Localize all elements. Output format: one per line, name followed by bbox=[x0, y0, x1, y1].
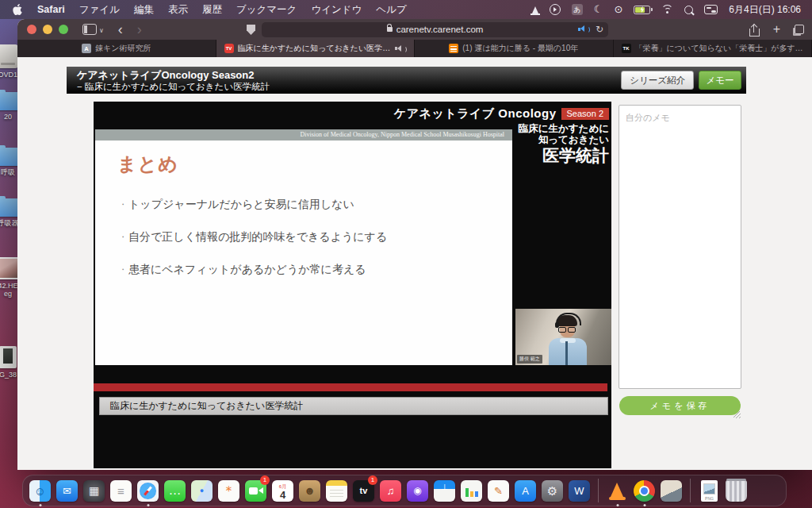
safari-toolbar: ∨ ‹ › carenetv.carenet.com ↻ + bbox=[17, 19, 812, 40]
lock-icon bbox=[387, 27, 393, 32]
dock-icon-notes[interactable] bbox=[326, 476, 347, 505]
tab-favicon: TV bbox=[224, 44, 234, 53]
dock-icon-facetime[interactable]: 1 bbox=[245, 476, 266, 505]
playback-status-icon[interactable] bbox=[550, 4, 561, 15]
desktop-icon-label: DVD1 bbox=[0, 71, 17, 79]
dock-icon-safari[interactable] bbox=[137, 476, 159, 505]
dock-icon-window-thumbnail[interactable] bbox=[661, 476, 682, 505]
menu-item-6[interactable]: ブックマーク bbox=[229, 0, 304, 19]
dock-icon-word[interactable]: W bbox=[569, 476, 590, 505]
desktop-icon-label: 20 bbox=[4, 113, 12, 121]
input-source-icon[interactable]: あ bbox=[572, 4, 583, 15]
memo-button[interactable]: メモー bbox=[699, 71, 741, 90]
reminders-glyph: ≡ bbox=[117, 485, 124, 497]
dock-icon-launchpad[interactable]: ▦ bbox=[83, 476, 105, 505]
speaker-webcam: 勝俣 範之 bbox=[515, 309, 611, 365]
menu-item-1[interactable]: Safari bbox=[30, 0, 72, 19]
numbers-app-icon bbox=[461, 480, 482, 502]
spotlight-search-icon[interactable] bbox=[684, 6, 693, 14]
tab-favicon: A bbox=[82, 44, 91, 53]
share-button[interactable] bbox=[749, 25, 759, 37]
menu-item-8[interactable]: ヘルプ bbox=[369, 0, 413, 19]
timer-status-icon[interactable]: ⊙ bbox=[614, 4, 622, 15]
control-center-icon[interactable] bbox=[704, 5, 718, 14]
launchpad-glyph: ▦ bbox=[89, 485, 99, 496]
memo-textarea[interactable] bbox=[619, 105, 741, 389]
toolbar-right: + bbox=[749, 22, 812, 37]
tab-1[interactable]: A錬キン術研究所 bbox=[17, 40, 216, 57]
dock-icon-trash[interactable] bbox=[726, 476, 747, 505]
notes-app-icon bbox=[326, 480, 347, 502]
menu-item-3[interactable]: 編集 bbox=[127, 0, 161, 19]
zoom-window-button[interactable] bbox=[59, 25, 68, 34]
dock-icon-music[interactable]: ♫ bbox=[380, 476, 401, 505]
reminders-app-icon: ≡ bbox=[110, 480, 132, 502]
menu-item-4[interactable]: 表示 bbox=[161, 0, 195, 19]
reload-button[interactable]: ↻ bbox=[596, 22, 603, 37]
chevron-down-icon: ∨ bbox=[99, 27, 104, 34]
dock-icon-podcasts[interactable]: ◉ bbox=[407, 476, 428, 505]
battery-icon[interactable] bbox=[634, 6, 650, 14]
dock-icon-png-file[interactable]: PNG bbox=[699, 476, 720, 505]
minimize-window-button[interactable] bbox=[43, 25, 52, 34]
tab-3[interactable]: (1) 運は能力に勝る - 最期の10年 bbox=[415, 40, 614, 57]
dock-icon-chrome[interactable] bbox=[634, 476, 655, 505]
dock-icon-reminders[interactable]: ≡ bbox=[110, 476, 132, 505]
maps-app-icon: ● bbox=[191, 480, 213, 502]
dock-icon-system-settings[interactable]: ⚙ bbox=[542, 476, 563, 505]
series-info-button[interactable]: シリーズ紹介 bbox=[621, 71, 694, 90]
tab-overview-button[interactable] bbox=[795, 25, 804, 34]
dock-icon-finder[interactable]: ☺ bbox=[29, 476, 51, 505]
dock-icon-pages[interactable]: ✎ bbox=[488, 476, 509, 505]
dock-icon-messages[interactable]: … bbox=[164, 476, 186, 505]
apple-menu-icon[interactable] bbox=[5, 4, 30, 15]
video-progress-bar[interactable] bbox=[94, 383, 607, 391]
tab-audio-icon[interactable] bbox=[395, 44, 406, 52]
video-player[interactable]: ケアネットライブ Oncology Season 2 臨床に生かすために 知って… bbox=[94, 102, 611, 468]
notification-badge: 1 bbox=[368, 475, 377, 485]
close-window-button[interactable] bbox=[27, 25, 36, 34]
contacts-glyph: ☻ bbox=[304, 485, 316, 496]
mail-glyph: ✉ bbox=[63, 486, 71, 496]
side-title-line3: 医学統計 bbox=[519, 146, 609, 165]
tab-favicon: TK bbox=[622, 44, 631, 53]
tab-4[interactable]: TK「栄養」について知らない「栄養士」が多すぎる 残念な栄養士が信… bbox=[614, 40, 812, 57]
tab-title: (1) 運は能力に勝る - 最期の10年 bbox=[462, 43, 578, 54]
dock-icon-keynote[interactable]: ⊥ bbox=[434, 476, 455, 505]
dock-icon-mail[interactable]: ✉ bbox=[56, 476, 78, 505]
podcasts-app-icon: ◉ bbox=[407, 480, 428, 502]
season-badge: Season 2 bbox=[561, 108, 609, 120]
menu-item-7[interactable]: ウインドウ bbox=[304, 0, 369, 19]
launchpad-app-icon: ▦ bbox=[83, 480, 105, 502]
url-text: carenetv.carenet.com bbox=[396, 25, 484, 34]
menu-item-5[interactable]: 履歴 bbox=[195, 0, 229, 19]
slide-affiliation: Division of Medical Oncology, Nippon Med… bbox=[95, 129, 512, 140]
save-memo-button[interactable]: メモを保存 bbox=[619, 396, 741, 415]
audio-mute-button[interactable] bbox=[578, 25, 589, 33]
dock-icon-appletv[interactable]: tv1 bbox=[353, 476, 374, 505]
vlc-status-icon[interactable] bbox=[532, 6, 538, 13]
tab-2[interactable]: TV臨床に生かすために知っておきたい医学統計|ケアネットライブO... bbox=[216, 40, 416, 57]
sidebar-toggle-button[interactable]: ∨ bbox=[82, 24, 104, 35]
dock-icon-vlc[interactable] bbox=[607, 476, 628, 505]
forward-button[interactable]: › bbox=[137, 21, 142, 38]
wifi-icon[interactable] bbox=[661, 5, 673, 14]
slide-bullet: ・患者にベネフィットがあるかどうか常に考える bbox=[119, 263, 512, 276]
dock-icon-calendar[interactable]: 6月4 bbox=[272, 476, 293, 505]
system-settings-glyph: ⚙ bbox=[547, 485, 557, 497]
dock-icon-photos[interactable]: ＊ bbox=[218, 476, 239, 505]
menu-bar-clock[interactable]: 6月4日(日) 16:06 bbox=[729, 3, 801, 17]
speaker-body bbox=[549, 338, 587, 365]
back-button[interactable]: ‹ bbox=[118, 21, 123, 38]
appstore-glyph: A bbox=[522, 486, 529, 496]
dock-icon-appstore[interactable]: A bbox=[515, 476, 536, 505]
dock-icon-numbers[interactable] bbox=[461, 476, 482, 505]
address-bar[interactable]: carenetv.carenet.com ↻ bbox=[262, 22, 608, 37]
menu-item-2[interactable]: ファイル bbox=[72, 0, 127, 19]
dock-icon-contacts[interactable]: ☻ bbox=[299, 476, 320, 505]
focus-moon-icon[interactable]: ☾ bbox=[594, 4, 603, 15]
new-tab-button[interactable]: + bbox=[773, 22, 780, 37]
dock-icon-maps[interactable]: ● bbox=[191, 476, 213, 505]
bullet-dot-icon: ・ bbox=[119, 230, 127, 244]
privacy-shield-icon[interactable] bbox=[247, 25, 255, 35]
